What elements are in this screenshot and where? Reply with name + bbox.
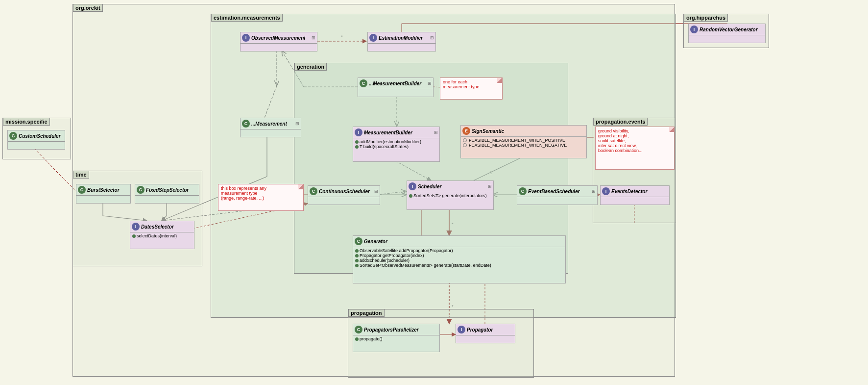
badge-I-ds: I xyxy=(132,223,140,231)
class-name-rvg: RandomVectorGenerator xyxy=(699,27,758,32)
class-measurement-dots: C ...Measurement ⊞ xyxy=(240,118,301,137)
badge-C-gen: C xyxy=(355,237,362,245)
gen-method-1: ObservableSatellite addPropagator(Propag… xyxy=(360,248,453,253)
badge-C-fss: C xyxy=(137,186,145,194)
note-propagation-events: ground visibility,ground at night,sunlit… xyxy=(595,127,675,170)
badge-C-custom: C xyxy=(9,132,17,140)
class-name-cs: ContinuousScheduler xyxy=(319,189,370,194)
badge-I-observed: I xyxy=(242,34,250,42)
badge-I-sched: I xyxy=(409,182,416,190)
badge-C-ebs: C xyxy=(519,187,527,195)
package-hipparchus-label: org.hipparchus xyxy=(684,14,728,22)
gen-method-2: Propagator getPropagator(index) xyxy=(360,253,424,258)
class-name-m-dots: ...Measurement xyxy=(251,121,287,127)
badge-I-rvg: I xyxy=(690,26,698,33)
class-name-ebs: EventBasedScheduler xyxy=(528,189,580,194)
class-name-burst: BurstSelector xyxy=(87,187,120,193)
badge-C-m-dots: C xyxy=(242,120,250,128)
gen-method-3: addScheduler(Scheduler) xyxy=(360,258,410,263)
package-propagation-label: propagation xyxy=(348,309,385,317)
class-name-custom: CustomScheduler xyxy=(19,133,61,139)
ds-method-1: selectDates(interval) xyxy=(137,233,177,238)
package-generation-label: generation xyxy=(294,63,327,71)
sign-const-1: FEASIBLE_MEASUREMENT_WHEN_POSITIVE xyxy=(469,138,565,143)
note-one-each-text: one for eachmeasurement type xyxy=(443,79,480,89)
sign-const-2: FEASIBLE_MEASUREMENT_WHEN_NEGATIVE xyxy=(469,143,567,148)
badge-C-cs: C xyxy=(310,187,317,195)
package-mission-label: mission.specific xyxy=(3,118,50,126)
badge-C-burst: C xyxy=(78,186,86,194)
class-custom-scheduler: C CustomScheduler xyxy=(7,130,65,150)
class-name-modifier: EstimationModifier xyxy=(379,35,423,41)
class-name-mb-dots: ...MeasurementBuilder xyxy=(369,81,421,86)
class-name-fss: FixedStepSelector xyxy=(146,187,189,193)
note-one-each: one for eachmeasurement type xyxy=(440,77,503,100)
class-random-vector-gen: I RandomVectorGenerator xyxy=(688,24,766,43)
class-fixed-step-selector: C FixedStepSelector xyxy=(135,184,199,204)
badge-I-mb: I xyxy=(355,128,362,136)
class-name-prop: Propagator xyxy=(467,327,493,333)
package-propagation-events-label: propagation.events xyxy=(593,118,648,126)
note-this-box: this box represents anymeasurement type(… xyxy=(218,184,304,211)
note-propagation-events-text: ground visibility,ground at night,sunlit… xyxy=(598,128,643,153)
badge-I-prop: I xyxy=(458,326,465,334)
badge-E-sign: E xyxy=(462,127,470,135)
class-name-ed: EventsDetector xyxy=(611,189,647,194)
class-propagators-parallelizer: C PropagatorsParallelizer propagate() xyxy=(353,324,440,352)
package-time-label: time xyxy=(73,171,89,179)
package-org-orekit-label: org.orekit xyxy=(73,4,103,12)
badge-I-ed: I xyxy=(602,187,610,195)
badge-I-modifier: I xyxy=(369,34,377,42)
class-measurement-builder: I MeasurementBuilder ⊞ addModifier(estim… xyxy=(353,127,440,162)
class-name-pp: PropagatorsParallelizer xyxy=(364,327,419,333)
class-generator: C Generator ObservableSatellite addPropa… xyxy=(353,235,566,283)
pp-method-1: propagate() xyxy=(360,336,383,341)
sched-method-1: SortedSet<T> generate(interpolators) xyxy=(413,193,487,198)
class-name-gen: Generator xyxy=(364,239,387,244)
class-burst-selector: C BurstSelector xyxy=(76,184,131,204)
class-observed-measurement: I ObservedMeasurement ⊞ xyxy=(240,32,317,51)
badge-C-pp: C xyxy=(355,326,362,334)
class-name-observed: ObservedMeasurement xyxy=(251,35,306,41)
package-estimation-label: estimation.measurements xyxy=(211,14,283,22)
class-measurement-builder-dots: C ...MeasurementBuilder ⊞ xyxy=(358,77,434,97)
mb-method-2: T build(spacecraftStates) xyxy=(360,144,409,149)
class-dates-selector: I DatesSelector selectDates(interval) xyxy=(130,221,194,249)
class-name-sign: SignSemantic xyxy=(472,128,504,134)
class-sign-semantic: E SignSemantic FEASIBLE_MEASUREMENT_WHEN… xyxy=(460,125,587,158)
class-name-mb: MeasurementBuilder xyxy=(364,130,412,135)
class-estimation-modifier: I EstimationModifier ⊞ xyxy=(367,32,436,51)
gen-method-4: SortedSet<ObservedMeasurements> generate… xyxy=(360,263,491,268)
class-propagator: I Propagator xyxy=(456,324,515,343)
class-event-based-scheduler: C EventBasedScheduler ⊞ xyxy=(517,185,598,205)
diagram-root: EstimationModifier: dashed arrow with * … xyxy=(0,0,868,385)
mb-method-1: addModifier(estimationModifier) xyxy=(360,139,421,144)
class-continuous-scheduler: C ContinuousScheduler ⊞ xyxy=(308,185,380,205)
class-events-detector: I EventsDetector xyxy=(600,185,670,205)
class-name-ds: DatesSelector xyxy=(141,224,174,230)
class-name-sched: Scheduler xyxy=(418,184,441,189)
class-scheduler: I Scheduler ⊞ SortedSet<T> generate(inte… xyxy=(407,180,494,210)
badge-C-mb-dots: C xyxy=(360,79,367,87)
note-this-box-text: this box represents anymeasurement type(… xyxy=(221,186,266,201)
